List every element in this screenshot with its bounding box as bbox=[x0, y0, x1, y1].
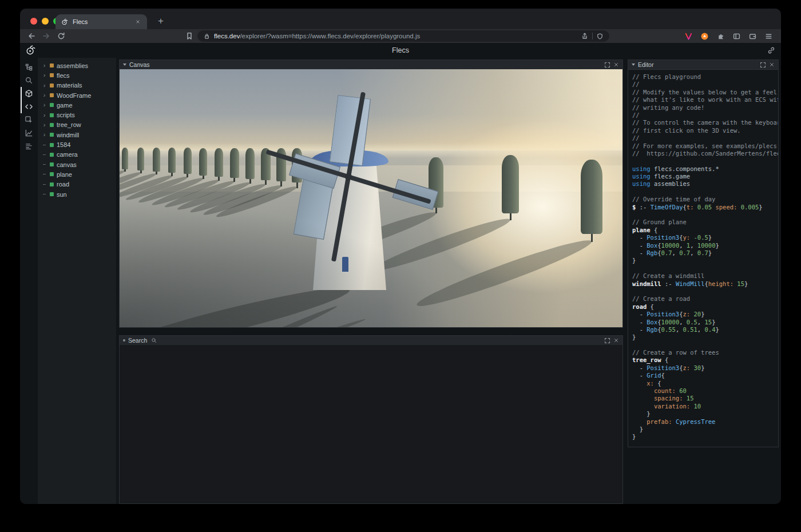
expand-chevron-icon[interactable]: › bbox=[42, 62, 47, 69]
code-line bbox=[632, 211, 778, 219]
reload-button[interactable] bbox=[57, 31, 66, 41]
expand-chevron-icon[interactable]: › bbox=[42, 82, 47, 89]
cube-icon[interactable] bbox=[20, 87, 38, 100]
tree-item-label: materials bbox=[57, 82, 82, 89]
windmill-hub bbox=[345, 173, 352, 180]
new-tab-button[interactable]: + bbox=[154, 14, 168, 28]
code-line: // bbox=[632, 134, 778, 142]
expand-chevron-icon[interactable]: › bbox=[42, 132, 47, 138]
entity-color-swatch bbox=[50, 133, 54, 137]
maximize-icon[interactable] bbox=[760, 62, 766, 68]
forward-button[interactable] bbox=[42, 31, 51, 41]
leaf-dash-icon bbox=[42, 194, 47, 194]
stats-icon[interactable] bbox=[20, 140, 38, 153]
tab-strip: Flecs + bbox=[20, 9, 781, 29]
code-line: $ :- TimeOfDay{t: 0.05 speed: 0.005} bbox=[632, 204, 778, 211]
code-editor[interactable]: // Flecs playground//// Modify the value… bbox=[628, 69, 778, 447]
code-line: - Position3{z: 20} bbox=[632, 311, 778, 318]
lock-icon bbox=[203, 33, 211, 40]
code-line: // Ground plane bbox=[632, 219, 778, 226]
icon-rail bbox=[20, 58, 38, 504]
collapse-dot-icon[interactable] bbox=[123, 339, 125, 342]
share-icon[interactable] bbox=[581, 32, 589, 40]
canvas-3d-view[interactable] bbox=[120, 69, 622, 327]
share-link-icon[interactable] bbox=[767, 46, 775, 54]
brave-logo-icon[interactable] bbox=[684, 32, 693, 41]
code-line: - Rgb{0.55, 0.51, 0.4} bbox=[632, 326, 778, 334]
entity-color-swatch bbox=[50, 182, 54, 186]
extensions-puzzle-icon[interactable] bbox=[716, 32, 725, 41]
code-line: // what it's like to work with an ECS wi… bbox=[632, 96, 778, 104]
windmill-door bbox=[342, 257, 348, 272]
tree-item-plane[interactable]: plane bbox=[38, 169, 116, 179]
tab-close-icon[interactable] bbox=[134, 18, 142, 26]
tab-title: Flecs bbox=[73, 18, 130, 25]
close-icon[interactable] bbox=[769, 62, 775, 68]
back-button[interactable] bbox=[27, 31, 36, 41]
entity-color-swatch bbox=[50, 113, 54, 117]
tree-item-flecs[interactable]: ›flecs bbox=[38, 70, 116, 80]
chart-icon[interactable] bbox=[20, 126, 38, 140]
tree-item-tree_row[interactable]: ›tree_row bbox=[38, 120, 116, 130]
tree-item-label: game bbox=[57, 102, 73, 109]
bookmark-icon[interactable] bbox=[185, 31, 194, 41]
tree-item-game[interactable]: ›game bbox=[38, 100, 116, 110]
entity-color-swatch bbox=[50, 63, 54, 68]
tree-item-camera[interactable]: camera bbox=[38, 150, 116, 160]
collapse-chevron-icon[interactable] bbox=[123, 63, 126, 66]
code-line: // Modify the values below to get a feel… bbox=[632, 89, 778, 96]
menu-hamburger-icon[interactable] bbox=[764, 32, 773, 41]
close-icon[interactable] bbox=[613, 338, 619, 343]
code-line bbox=[632, 288, 778, 295]
entity-color-swatch bbox=[50, 93, 54, 97]
code-line: // writing any code! bbox=[632, 104, 778, 112]
expand-chevron-icon[interactable]: › bbox=[42, 122, 47, 128]
code-line: // first click on the 3D view. bbox=[632, 127, 778, 134]
wallet-icon[interactable] bbox=[748, 32, 757, 41]
sidebar-toggle-icon[interactable] bbox=[732, 32, 741, 41]
code-line: - Position3{y: -0.5} bbox=[632, 234, 778, 241]
search-panel-title: Search bbox=[128, 337, 147, 344]
expand-chevron-icon[interactable]: › bbox=[42, 92, 47, 98]
editor-panel: Editor // Flecs playground//// Modify th… bbox=[628, 59, 779, 447]
code-icon[interactable] bbox=[20, 100, 38, 113]
tree-item-windmill[interactable]: ›windmill bbox=[38, 130, 116, 140]
brave-rewards-icon[interactable] bbox=[700, 32, 709, 41]
code-editor-content[interactable]: // Flecs playground//// Modify the value… bbox=[628, 69, 778, 446]
leaf-dash-icon bbox=[42, 164, 47, 165]
search-panel: Search bbox=[119, 335, 623, 504]
inspect-icon[interactable] bbox=[20, 113, 38, 126]
collapse-chevron-icon[interactable] bbox=[632, 63, 635, 66]
code-line: } bbox=[632, 426, 778, 433]
canvas-panel: Canvas bbox=[119, 59, 623, 328]
tree-item-materials[interactable]: ›materials bbox=[38, 81, 116, 90]
tree-item-sun[interactable]: sun bbox=[38, 189, 116, 199]
window-close-button[interactable] bbox=[30, 18, 37, 25]
search-icon[interactable] bbox=[20, 74, 38, 87]
tree-item-assemblies[interactable]: ›assemblies bbox=[38, 61, 116, 70]
tree-item-road[interactable]: road bbox=[38, 180, 116, 189]
close-icon[interactable] bbox=[613, 62, 619, 68]
tree-item-label: canvas bbox=[57, 161, 77, 168]
brave-shield-icon[interactable] bbox=[596, 33, 604, 40]
tree-item-label: road bbox=[57, 181, 69, 188]
tree-item-1584[interactable]: 1584 bbox=[38, 140, 116, 149]
tree-item-label: tree_row bbox=[57, 121, 81, 128]
url-bar[interactable]: flecs.dev/explorer/?wasm=https://www.fle… bbox=[197, 30, 609, 42]
tree-icon[interactable] bbox=[20, 61, 38, 74]
maximize-icon[interactable] bbox=[604, 62, 610, 68]
maximize-icon[interactable] bbox=[604, 338, 610, 344]
code-line: // For more examples, see examples/plecs… bbox=[632, 142, 778, 150]
expand-chevron-icon[interactable]: › bbox=[42, 112, 47, 118]
expand-chevron-icon[interactable]: › bbox=[42, 72, 47, 78]
browser-tab-flecs[interactable]: Flecs bbox=[55, 14, 147, 29]
leaf-dash-icon bbox=[42, 145, 47, 145]
expand-chevron-icon[interactable]: › bbox=[42, 102, 47, 108]
tree-item-label: assemblies bbox=[57, 62, 88, 69]
tree-item-WoodFrame[interactable]: ›WoodFrame bbox=[38, 90, 116, 100]
code-line: - Box{10000, 0.5, 15} bbox=[632, 319, 778, 326]
window-minimize-button[interactable] bbox=[42, 18, 49, 25]
tree-item-scripts[interactable]: ›scripts bbox=[38, 110, 116, 120]
code-line: using assemblies bbox=[632, 180, 778, 188]
tree-item-canvas[interactable]: canvas bbox=[38, 160, 116, 169]
